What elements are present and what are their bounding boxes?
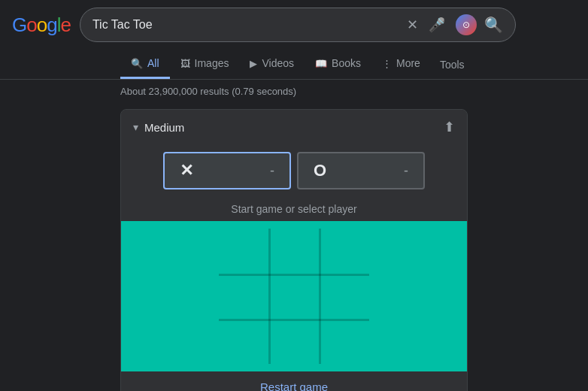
grid-line-vertical-left [268, 229, 271, 364]
mic-button[interactable]: 🎤 [426, 14, 448, 36]
grid-line-horizontal-top [219, 274, 369, 276]
game-header: ▾ Medium ⬆ [121, 110, 467, 144]
tools-button[interactable]: Tools [431, 53, 474, 77]
player-x-button[interactable]: ✕ - [163, 152, 291, 189]
google-logo: Google [12, 14, 71, 37]
books-tab-icon: 📖 [315, 58, 327, 69]
results-info: About 23,900,000 results (0.79 seconds) [0, 80, 588, 103]
difficulty-label: Medium [144, 121, 184, 134]
grid-line-horizontal-bottom [219, 319, 369, 321]
player-o-button[interactable]: O - [297, 152, 425, 189]
restart-button[interactable]: Restart game [121, 371, 467, 391]
nav-tabs: 🔍 All 🖼 Images ▶ Videos 📖 Books ⋮ More T… [0, 50, 588, 80]
share-button[interactable]: ⬆ [444, 119, 455, 135]
tab-all[interactable]: 🔍 All [120, 50, 170, 79]
tab-images[interactable]: 🖼 Images [170, 50, 240, 79]
more-tab-icon: ⋮ [382, 58, 392, 69]
tab-videos[interactable]: ▶ Videos [239, 50, 305, 79]
close-icon: ✕ [407, 17, 418, 32]
player-o-score: - [404, 163, 408, 179]
search-bar: Tic Tac Toe ✕ 🎤 ⊙ 🔍 [80, 8, 516, 42]
difficulty-selector[interactable]: ▾ Medium [133, 121, 184, 134]
grid-line-vertical-right [319, 229, 321, 364]
board-grid[interactable] [219, 229, 369, 364]
lens-button[interactable]: ⊙ [456, 14, 477, 35]
game-board[interactable] [121, 221, 467, 371]
tab-more[interactable]: ⋮ More [371, 50, 431, 79]
difficulty-arrow-icon: ▾ [133, 121, 138, 133]
start-game-text: Start game or select player [121, 197, 467, 221]
header: Google Tic Tac Toe ✕ 🎤 ⊙ 🔍 [0, 0, 588, 50]
search-input[interactable]: Tic Tac Toe [92, 18, 401, 32]
game-card: ▾ Medium ⬆ ✕ - O - Start game or select … [120, 109, 468, 391]
share-icon: ⬆ [444, 120, 455, 135]
tab-books[interactable]: 📖 Books [305, 50, 371, 79]
player-o-symbol: O [314, 161, 326, 180]
images-tab-icon: 🖼 [180, 58, 190, 69]
player-selection: ✕ - O - [121, 144, 467, 197]
player-x-symbol: ✕ [180, 161, 193, 180]
player-x-score: - [270, 163, 274, 179]
all-tab-icon: 🔍 [131, 58, 143, 69]
search-button[interactable]: 🔍 [484, 16, 503, 34]
videos-tab-icon: ▶ [250, 58, 257, 69]
clear-button[interactable]: ✕ [407, 17, 418, 33]
